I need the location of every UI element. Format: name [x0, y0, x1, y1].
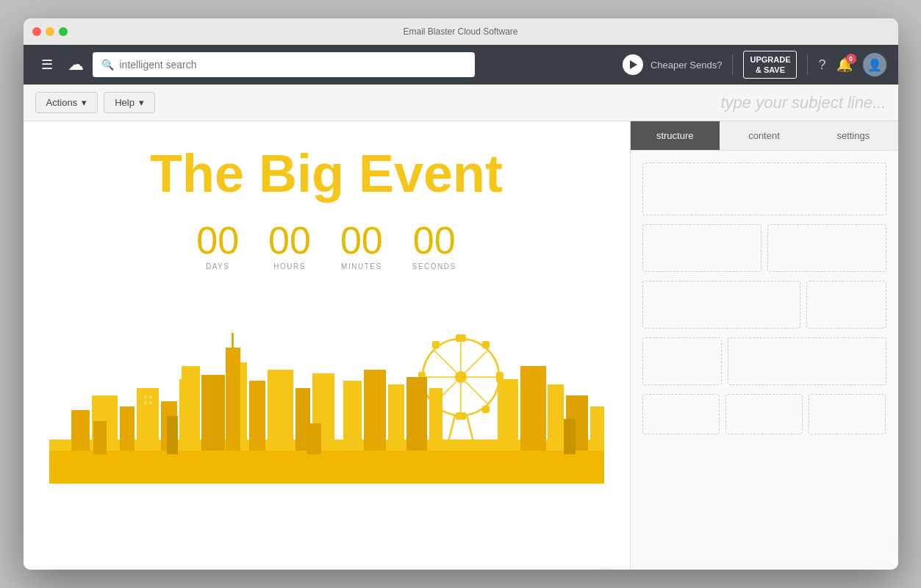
svg-rect-17 — [232, 333, 234, 351]
layout-block-third-2[interactable] — [725, 394, 803, 434]
svg-rect-46 — [144, 401, 147, 404]
layout-block-wide[interactable] — [642, 281, 800, 329]
actions-label: Actions — [46, 97, 78, 108]
nav-right-area: Cheaper Sends? UPGRADE & SAVE ? 🔔 0 👤 — [623, 51, 886, 79]
play-icon — [630, 60, 637, 69]
city-skyline-image — [49, 293, 604, 484]
nav-divider-2 — [807, 54, 808, 75]
countdown-timer: 00 DAYS 00 HOURS 00 MINUTES 00 — [196, 221, 456, 270]
layout-block-third-1[interactable] — [642, 394, 720, 434]
canvas-area: The Big Event 00 DAYS 00 HOURS 00 MINUTE — [24, 121, 630, 570]
minutes-value: 00 — [340, 221, 383, 259]
layout-row-3 — [642, 281, 886, 329]
hamburger-menu-icon[interactable]: ☰ — [35, 54, 59, 76]
hours-item: 00 HOURS — [268, 221, 311, 270]
actions-button[interactable]: Actions ▾ — [35, 92, 98, 113]
minutes-item: 00 MINUTES — [340, 221, 383, 270]
upgrade-button[interactable]: UPGRADE & SAVE — [743, 51, 797, 79]
tab-content[interactable]: content — [720, 121, 809, 150]
main-area: The Big Event 00 DAYS 00 HOURS 00 MINUTE — [24, 121, 898, 570]
search-bar: 🔍 — [93, 52, 475, 77]
svg-rect-47 — [149, 401, 152, 404]
layout-block-half-2[interactable] — [767, 224, 886, 272]
svg-rect-30 — [482, 406, 490, 413]
minimize-button[interactable] — [46, 27, 54, 36]
actions-chevron-icon: ▾ — [82, 97, 87, 108]
cheaper-text: Cheaper Sends? — [651, 60, 723, 71]
days-value: 00 — [196, 221, 239, 259]
notification-badge: 0 — [846, 54, 856, 64]
fullscreen-button[interactable] — [59, 27, 68, 36]
hours-value: 00 — [268, 221, 311, 259]
svg-rect-52 — [564, 419, 576, 454]
days-label: DAYS — [206, 262, 230, 270]
hours-label: HOURS — [273, 262, 306, 270]
nav-divider — [732, 54, 733, 75]
play-button[interactable] — [623, 54, 643, 75]
search-input[interactable] — [120, 59, 466, 71]
minutes-label: MINUTES — [341, 262, 382, 270]
close-button[interactable] — [32, 27, 41, 36]
cheaper-sends-promo: Cheaper Sends? — [623, 54, 723, 75]
notifications-icon[interactable]: 🔔 0 — [836, 57, 853, 73]
days-item: 00 DAYS — [196, 221, 239, 270]
app-window: Email Blaster Cloud Software ☰ ☁ 🔍 Cheap… — [24, 18, 898, 570]
layout-row-5 — [642, 394, 886, 434]
svg-rect-28 — [482, 341, 490, 348]
svg-rect-50 — [167, 416, 178, 454]
layout-block-narrow[interactable] — [806, 281, 886, 329]
seconds-label: SECONDS — [412, 262, 456, 270]
svg-rect-25 — [456, 412, 466, 420]
window-title: Email Blaster Cloud Software — [403, 26, 517, 37]
svg-rect-44 — [144, 395, 147, 398]
help-button[interactable]: Help ▾ — [104, 92, 155, 113]
help-icon[interactable]: ? — [818, 57, 825, 73]
search-icon: 🔍 — [101, 59, 114, 71]
title-bar: Email Blaster Cloud Software — [24, 18, 898, 45]
layout-row-4 — [642, 337, 886, 385]
layout-grid — [631, 151, 898, 446]
layout-block-narrow-2[interactable] — [642, 337, 723, 385]
layout-block-full[interactable] — [642, 162, 886, 215]
tab-settings[interactable]: settings — [809, 121, 897, 150]
layout-block-third-3[interactable] — [809, 394, 886, 434]
layout-row-1 — [642, 162, 886, 215]
svg-rect-51 — [307, 423, 321, 454]
event-content: The Big Event 00 DAYS 00 HOURS 00 MINUTE — [49, 121, 604, 570]
email-canvas: The Big Event 00 DAYS 00 HOURS 00 MINUTE — [24, 121, 630, 570]
subject-line-placeholder[interactable]: type your subject line... — [720, 93, 886, 112]
user-avatar[interactable]: 👤 — [863, 53, 886, 76]
traffic-lights — [32, 27, 68, 36]
right-panel: structure content settings — [630, 121, 898, 570]
svg-rect-48 — [49, 451, 604, 484]
help-chevron-icon: ▾ — [139, 97, 144, 108]
svg-rect-29 — [432, 341, 440, 348]
panel-tabs: structure content settings — [631, 121, 898, 151]
help-label: Help — [115, 97, 135, 108]
seconds-item: 00 SECONDS — [412, 221, 456, 270]
seconds-value: 00 — [413, 221, 456, 259]
layout-block-wide-2[interactable] — [728, 337, 886, 385]
toolbar: Actions ▾ Help ▾ type your subject line.… — [24, 85, 898, 121]
layout-block-half-1[interactable] — [642, 224, 761, 272]
tab-structure[interactable]: structure — [631, 121, 720, 150]
navbar: ☰ ☁ 🔍 Cheaper Sends? UPGRADE & SAVE ? 🔔 … — [24, 45, 898, 85]
svg-rect-24 — [456, 334, 466, 342]
layout-row-2 — [642, 224, 886, 272]
event-title: The Big Event — [150, 143, 503, 204]
svg-rect-49 — [93, 421, 107, 454]
svg-rect-45 — [149, 395, 152, 398]
cloud-icon[interactable]: ☁ — [68, 55, 84, 74]
